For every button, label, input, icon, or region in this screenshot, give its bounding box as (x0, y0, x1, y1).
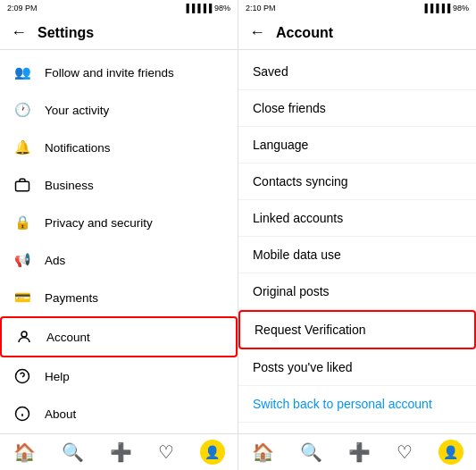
svg-rect-0 (16, 181, 29, 191)
menu-item-account[interactable]: Account (0, 316, 238, 357)
nav-heart-left[interactable]: ♡ (158, 441, 174, 463)
menu-item-activity[interactable]: 🕐 Your activity (0, 91, 238, 129)
privacy-icon: 🔒 (13, 213, 32, 232)
battery-left: ▐▐▐▐▐ 98% (184, 4, 230, 13)
account-header: ← Account (238, 16, 476, 50)
time-left: 2:09 PM (7, 4, 38, 13)
account-item-close-friends[interactable]: Close friends (238, 90, 476, 127)
account-item-linked-accounts[interactable]: Linked accounts (238, 200, 476, 237)
ads-label: Ads (45, 254, 65, 267)
back-button[interactable]: ← (11, 23, 27, 42)
menu-item-business[interactable]: Business (0, 166, 238, 204)
account-back-button[interactable]: ← (249, 23, 265, 42)
account-item-switch-personal[interactable]: Switch back to personal account (238, 386, 476, 423)
menu-item-ads[interactable]: 📢 Ads (0, 241, 238, 279)
business-label: Business (45, 179, 94, 192)
notifications-label: Notifications (45, 141, 111, 155)
nav-heart-right[interactable]: ♡ (397, 441, 413, 463)
bottom-nav-left: 🏠 🔍 ➕ ♡ 👤 (0, 434, 238, 470)
menu-item-follow[interactable]: 👥 Follow and invite friends (0, 54, 238, 91)
menu-item-payments[interactable]: 💳 Payments (0, 279, 238, 316)
nav-profile-right[interactable]: 👤 (438, 440, 463, 465)
bottom-nav-right: 🏠 🔍 ➕ ♡ 👤 (238, 434, 476, 470)
dual-bottom-nav: 🏠 🔍 ➕ ♡ 👤 🏠 🔍 ➕ ♡ 👤 (0, 433, 476, 470)
menu-item-notifications[interactable]: 🔔 Notifications (0, 129, 238, 166)
time-right: 2:10 PM (246, 4, 276, 13)
about-label: About (45, 407, 76, 421)
account-item-mobile-data[interactable]: Mobile data use (238, 237, 476, 273)
svg-point-1 (21, 332, 27, 337)
follow-icon: 👥 (13, 63, 32, 82)
about-icon (13, 404, 32, 424)
menu-item-help[interactable]: Help (0, 357, 238, 395)
payments-icon: 💳 (13, 288, 32, 307)
menu-item-about[interactable]: About (0, 395, 238, 432)
account-title: Account (276, 25, 333, 41)
account-item-posts-liked[interactable]: Posts you've liked (238, 349, 476, 386)
nav-add-right[interactable]: ➕ (348, 441, 371, 463)
nav-profile-left[interactable]: 👤 (200, 440, 225, 465)
account-screen: ← Account Saved Close friends Language C… (238, 16, 476, 433)
activity-label: Your activity (45, 104, 109, 117)
account-menu-list: Saved Close friends Language Contacts sy… (238, 50, 476, 433)
account-label: Account (46, 331, 90, 344)
nav-home-right[interactable]: 🏠 (252, 441, 274, 463)
battery-right: ▐▐▐▐▐ 98% (422, 4, 469, 13)
settings-menu-list: 👥 Follow and invite friends 🕐 Your activ… (0, 50, 238, 433)
follow-label: Follow and invite friends (45, 66, 174, 80)
account-item-request-verification[interactable]: Request Verification (238, 310, 476, 349)
payments-label: Payments (45, 291, 98, 305)
help-label: Help (45, 370, 70, 383)
nav-search-right[interactable]: 🔍 (300, 441, 322, 463)
account-item-contacts-syncing[interactable]: Contacts syncing (238, 164, 476, 200)
nav-home-left[interactable]: 🏠 (13, 441, 36, 463)
business-icon (13, 175, 32, 195)
help-icon (13, 366, 32, 386)
account-item-saved[interactable]: Saved (238, 54, 476, 90)
settings-screen: ← Settings 👥 Follow and invite friends 🕐… (0, 16, 238, 433)
nav-add-left[interactable]: ➕ (110, 441, 132, 463)
notifications-icon: 🔔 (13, 138, 32, 157)
account-item-language[interactable]: Language (238, 127, 476, 164)
settings-title: Settings (38, 25, 94, 41)
account-icon (14, 327, 34, 347)
menu-item-privacy[interactable]: 🔒 Privacy and security (0, 204, 238, 241)
ads-icon: 📢 (13, 250, 32, 270)
settings-header: ← Settings (0, 16, 238, 50)
nav-search-left[interactable]: 🔍 (62, 441, 84, 463)
activity-icon: 🕐 (13, 100, 32, 120)
account-item-original-posts[interactable]: Original posts (238, 273, 476, 310)
privacy-label: Privacy and security (45, 216, 153, 230)
